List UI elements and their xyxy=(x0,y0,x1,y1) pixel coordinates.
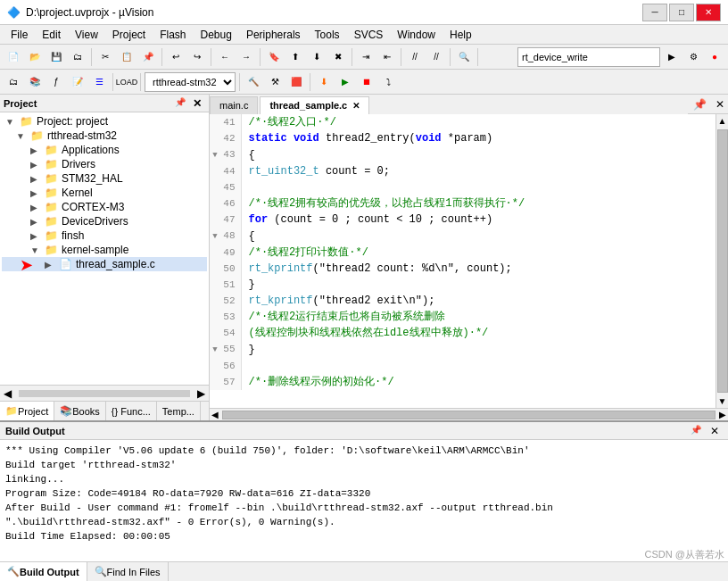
tree-item-rtthread[interactable]: ▼ 📁 rtthread-stm32 xyxy=(2,129,207,143)
scroll-left-arrow[interactable]: ◀ xyxy=(210,410,220,419)
build-tab-find[interactable]: 🔍 Find In Files xyxy=(87,562,169,581)
tab-main-c[interactable]: main.c xyxy=(210,96,258,114)
code-editor[interactable]: 41 /*·线程2入口·*/42 static void thread2_ent… xyxy=(210,114,716,408)
prev-bookmark-button[interactable]: ⬆ xyxy=(285,47,305,67)
new-file-button[interactable]: 📄 xyxy=(4,47,23,67)
tree-item-finsh[interactable]: ▶ 📁 finsh xyxy=(2,228,207,243)
open-file-button[interactable]: 📂 xyxy=(25,47,45,67)
editor-scrollbar[interactable]: ▲ ▼ xyxy=(716,114,728,408)
tab-thread-sample-close[interactable]: ✕ xyxy=(352,101,360,111)
scroll-right-arrow[interactable]: ▶ xyxy=(717,410,728,419)
menu-view[interactable]: View xyxy=(68,27,105,43)
editor-hscrollbar[interactable]: ◀ ▶ xyxy=(210,408,728,420)
scroll-thumb-vertical[interactable] xyxy=(717,129,728,393)
bookmark-button[interactable]: 🔖 xyxy=(264,47,284,67)
tree-item-drivers[interactable]: ▶ 📁 Drivers xyxy=(2,157,207,171)
outdent-button[interactable]: ⇤ xyxy=(377,47,397,67)
line-code[interactable] xyxy=(241,358,716,374)
uncomment-button[interactable]: // xyxy=(426,47,446,67)
functions-button[interactable]: ƒ xyxy=(46,72,66,92)
line-code[interactable]: /*·线程2打印计数值·*/ xyxy=(241,245,716,261)
tree-item-applications[interactable]: ▶ 📁 Applications xyxy=(2,143,207,157)
line-code[interactable]: /*·线程2入口·*/ xyxy=(241,114,716,130)
line-code[interactable]: /*·线程2拥有较高的优先级，以抢占线程1而获得执行·*/ xyxy=(241,195,716,212)
stop-build-button[interactable]: 🟥 xyxy=(286,72,306,92)
panel-close-button[interactable]: ✕ xyxy=(189,97,205,110)
maximize-button[interactable]: □ xyxy=(669,4,694,21)
menu-tools[interactable]: Tools xyxy=(308,27,347,43)
next-bookmark-button[interactable]: ⬇ xyxy=(307,47,327,67)
scroll-hthumb[interactable] xyxy=(222,411,716,419)
project-tab-func[interactable]: {} Func... xyxy=(106,402,157,420)
tree-item-stm32hal[interactable]: ▶ 📁 STM32_HAL xyxy=(2,171,207,186)
nav-back-button[interactable]: ← xyxy=(215,47,235,67)
tree-item-thread-sample[interactable]: ➤ ▶ 📄 thread_sample.c xyxy=(2,257,207,271)
menu-help[interactable]: Help xyxy=(443,27,479,43)
build-button[interactable]: 🔨 xyxy=(244,72,263,92)
save-button[interactable]: 💾 xyxy=(46,47,66,67)
search-go-button[interactable]: ▶ xyxy=(662,47,682,67)
line-code[interactable]: /*·线程2运行结束后也将自动被系统删除 xyxy=(241,309,716,325)
search-combo[interactable] xyxy=(517,47,660,67)
scroll-right-button[interactable]: ▶ xyxy=(194,387,209,400)
paste-button[interactable]: 📌 xyxy=(138,47,158,67)
project-window-button[interactable]: 🗂 xyxy=(4,72,23,92)
copy-button[interactable]: 📋 xyxy=(117,47,136,67)
download-button[interactable]: ⬇ xyxy=(314,72,334,92)
tree-item-devicedrivers[interactable]: ▶ 📁 DeviceDrivers xyxy=(2,214,207,228)
minimize-button[interactable]: ─ xyxy=(642,4,667,21)
load-button[interactable]: LOAD xyxy=(117,72,136,92)
line-code[interactable]: rt_kprintf("thread2 count: %d\n", count)… xyxy=(241,261,716,277)
menu-peripherals[interactable]: Peripherals xyxy=(239,27,308,43)
line-code[interactable]: for (count = 0 ; count < 10 ; count++) xyxy=(241,212,716,228)
nav-fwd-button[interactable]: → xyxy=(236,47,256,67)
templates-button[interactable]: 📝 xyxy=(68,72,87,92)
menu-window[interactable]: Window xyxy=(390,27,443,43)
editor-tab-pin[interactable]: 📌 xyxy=(688,98,712,111)
search-button[interactable]: 🔍 xyxy=(454,47,474,67)
redo-button[interactable]: ↪ xyxy=(187,47,207,67)
line-code[interactable] xyxy=(241,179,716,195)
menu-file[interactable]: File xyxy=(4,27,35,43)
clear-bookmark-button[interactable]: ✖ xyxy=(328,47,348,67)
indent-button[interactable]: ⇥ xyxy=(356,47,376,67)
cut-button[interactable]: ✂ xyxy=(95,47,115,67)
line-code[interactable]: static void thread2_entry(void *param) xyxy=(241,130,716,146)
project-tab-project[interactable]: 📁 Project xyxy=(0,402,54,420)
menu-edit[interactable]: Edit xyxy=(35,27,68,43)
debug-start-button[interactable]: ▶ xyxy=(335,72,355,92)
menu-debug[interactable]: Debug xyxy=(194,27,239,43)
scroll-down-arrow[interactable]: ▼ xyxy=(716,394,728,408)
undo-button[interactable]: ↩ xyxy=(166,47,186,67)
tree-root[interactable]: ▼ 📁 Project: project xyxy=(2,114,207,129)
menu-svcs[interactable]: SVCS xyxy=(347,27,391,43)
tree-item-cortex[interactable]: ▶ 📁 CORTEX-M3 xyxy=(2,200,207,214)
line-code[interactable]: } xyxy=(241,341,716,358)
save-all-button[interactable]: 🗂 xyxy=(68,47,87,67)
project-tab-books[interactable]: 📚 Books xyxy=(54,402,106,420)
editor-panel-close[interactable]: ✕ xyxy=(712,98,728,111)
close-button[interactable]: ✕ xyxy=(696,4,721,21)
target-combo[interactable]: rtthread-stm32 xyxy=(145,72,236,92)
debug-stop-button[interactable]: ⏹ xyxy=(357,72,376,92)
scroll-left-button[interactable]: ◀ xyxy=(0,387,15,400)
options-button[interactable]: ☰ xyxy=(89,72,109,92)
search-options-button[interactable]: ⚙ xyxy=(683,47,703,67)
pin-button[interactable]: 📌 xyxy=(173,97,187,110)
line-code[interactable]: rt_uint32_t count = 0; xyxy=(241,163,716,179)
project-tab-temp[interactable]: Temp... xyxy=(157,402,201,420)
scroll-up-arrow[interactable]: ▲ xyxy=(716,114,728,128)
build-pin-button[interactable]: 📌 xyxy=(689,425,703,437)
line-code[interactable]: /*·删除线程示例的初始化·*/ xyxy=(241,374,716,390)
build-tab-output[interactable]: 🔨 Build Output xyxy=(0,562,87,581)
tree-item-kernel[interactable]: ▶ 📁 Kernel xyxy=(2,186,207,200)
line-code[interactable]: } xyxy=(241,277,716,293)
menu-flash[interactable]: Flash xyxy=(153,27,193,43)
line-code[interactable]: { xyxy=(241,228,716,245)
run-to-cursor-button[interactable]: ⤵ xyxy=(378,72,398,92)
line-code[interactable]: (线程控制块和线程栈依然在idle线程中释放)·*/ xyxy=(241,325,716,341)
comment-button[interactable]: // xyxy=(405,47,425,67)
build-close-button[interactable]: ✕ xyxy=(707,425,723,437)
line-code[interactable]: { xyxy=(241,146,716,163)
books-button[interactable]: 📚 xyxy=(25,72,45,92)
